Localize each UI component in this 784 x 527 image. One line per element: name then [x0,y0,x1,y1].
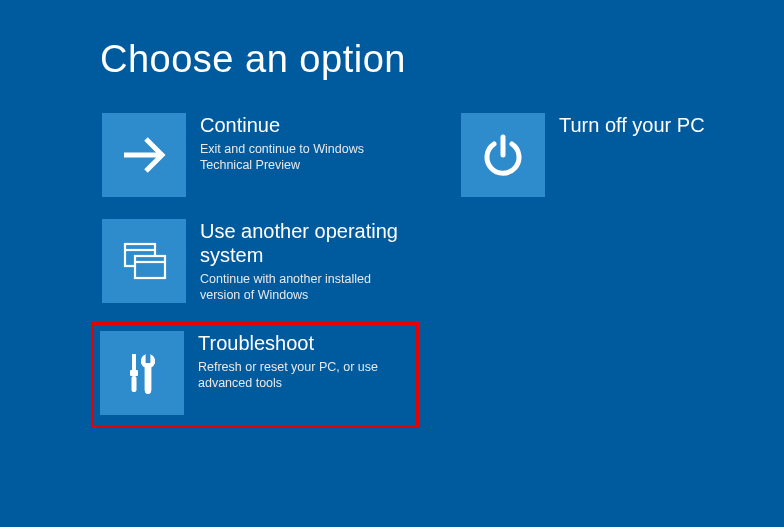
troubleshoot-desc: Refresh or reset your PC, or use advance… [198,359,410,392]
use-another-os-title: Use another operating system [200,219,408,267]
troubleshoot-tile[interactable]: Troubleshoot Refresh or reset your PC, o… [91,322,419,428]
page-title: Choose an option [100,38,784,81]
windows-stack-icon [102,219,186,303]
turn-off-title: Turn off your PC [559,113,767,137]
use-another-os-tile[interactable]: Use another operating system Continue wi… [100,217,410,306]
svg-rect-5 [132,354,136,370]
tools-icon [100,331,184,415]
options-grid: Continue Exit and continue to Windows Te… [100,111,784,428]
svg-rect-7 [132,376,137,392]
continue-text: Continue Exit and continue to Windows Te… [186,113,408,174]
continue-desc: Exit and continue to Windows Technical P… [200,141,408,174]
continue-tile[interactable]: Continue Exit and continue to Windows Te… [100,111,410,199]
svg-rect-3 [135,256,165,278]
turn-off-tile[interactable]: Turn off your PC [459,111,769,199]
options-column-left: Continue Exit and continue to Windows Te… [100,111,419,428]
svg-rect-6 [130,370,138,376]
use-another-os-text: Use another operating system Continue wi… [186,219,408,304]
troubleshoot-text: Troubleshoot Refresh or reset your PC, o… [184,331,410,392]
power-icon [461,113,545,197]
continue-title: Continue [200,113,408,137]
use-another-os-desc: Continue with another installed version … [200,271,408,304]
options-column-right: Turn off your PC [459,111,769,428]
troubleshoot-title: Troubleshoot [198,331,410,355]
turn-off-text: Turn off your PC [545,113,767,141]
svg-rect-8 [146,354,151,363]
arrow-right-icon [102,113,186,197]
